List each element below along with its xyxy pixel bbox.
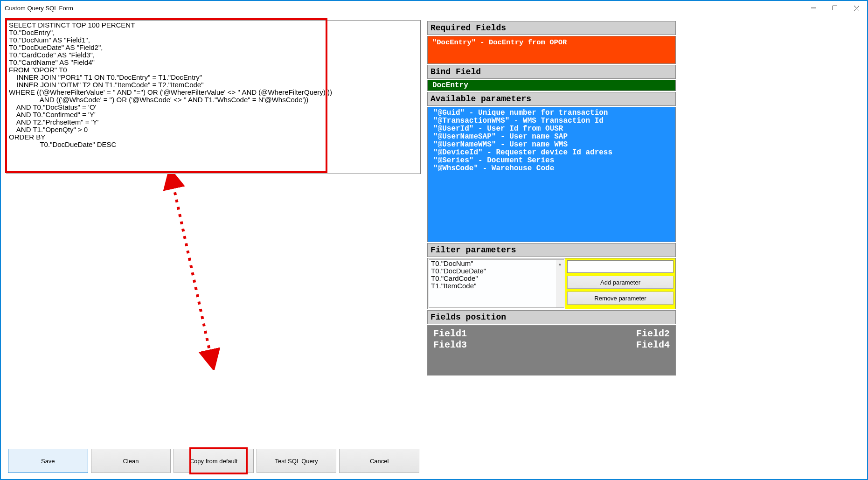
scrollbar[interactable]: ▴ — [556, 260, 564, 307]
test-sql-query-button[interactable]: Test SQL Query — [257, 449, 337, 473]
window-title: Custom Query SQL Form — [5, 5, 73, 12]
filter-parameter-input[interactable] — [567, 260, 674, 273]
maximize-button[interactable] — [824, 1, 846, 15]
list-item: "@DeviceId" - Requester device Id adress — [433, 149, 670, 157]
filter-controls: Add parameter Remove parameter — [565, 258, 675, 309]
minimize-button[interactable] — [803, 1, 824, 15]
fields-position-4: Field4 — [552, 340, 670, 350]
bind-field-box: DocEntry — [427, 80, 676, 91]
list-item: "@TransactionWMS" - WMS Transaction Id — [433, 117, 670, 125]
annotation-arrow — [7, 174, 421, 370]
remove-parameter-button[interactable]: Remove parameter — [567, 292, 674, 305]
list-item: "@Guid" - Unique number for transaction — [433, 109, 670, 117]
bottom-button-row: Save Clean Copy from default Test SQL Qu… — [7, 447, 421, 474]
list-item: "@UserId" - User Id from OUSR — [433, 125, 670, 133]
required-fields-box: "DocEntry" - DocEntry from OPOR — [427, 36, 676, 64]
list-item[interactable]: T0."DocNum" — [431, 260, 562, 267]
list-item: "@UserNameWMS" - User name WMS — [433, 141, 670, 149]
bind-field-value: DocEntry — [432, 81, 468, 90]
fields-position-grid: Field1 Field2 Field3 Field4 — [427, 325, 676, 376]
available-parameters-header: Available parameters — [427, 92, 676, 106]
list-item: "@Series" - Document Series — [433, 157, 670, 165]
titlebar: Custom Query SQL Form — [1, 1, 867, 15]
copy-from-default-button[interactable]: Copy from default — [174, 449, 254, 473]
clean-button[interactable]: Clean — [91, 449, 171, 473]
save-button[interactable]: Save — [8, 449, 88, 473]
filter-parameter-list[interactable]: T0."DocNum" T0."DocDueDate" T0."CardCode… — [429, 259, 564, 308]
fields-position-3: Field3 — [433, 340, 552, 350]
window-controls — [803, 1, 867, 15]
filter-parameters-row: T0."DocNum" T0."DocDueDate" T0."CardCode… — [427, 258, 676, 309]
list-item: "@WhsCode" - Warehouse Code — [433, 165, 670, 173]
cancel-button[interactable]: Cancel — [339, 449, 419, 473]
list-item[interactable]: T0."CardCode" — [431, 275, 562, 282]
svg-line-4 — [172, 178, 212, 361]
available-parameters-box: "@Guid" - Unique number for transaction … — [427, 107, 676, 242]
list-item: "@UserNameSAP" - User name SAP — [433, 133, 670, 141]
required-fields-header: Required Fields — [427, 21, 676, 35]
bind-field-header: Bind Field — [427, 65, 676, 79]
fields-position-1: Field1 — [433, 328, 552, 339]
add-parameter-button[interactable]: Add parameter — [567, 276, 674, 289]
scroll-up-icon[interactable]: ▴ — [556, 260, 564, 268]
fields-position-header: Fields position — [427, 310, 676, 324]
list-item[interactable]: T0."DocDueDate" — [431, 267, 562, 275]
list-item[interactable]: T1."ItemCode" — [431, 282, 562, 290]
filter-parameters-header: Filter parameters — [427, 243, 676, 257]
close-button[interactable] — [846, 1, 867, 15]
sql-query-textarea[interactable] — [7, 20, 421, 174]
required-fields-text: "DocEntry" - DocEntry from OPOR — [432, 38, 567, 47]
svg-rect-1 — [833, 6, 837, 10]
fields-position-2: Field2 — [552, 328, 670, 339]
